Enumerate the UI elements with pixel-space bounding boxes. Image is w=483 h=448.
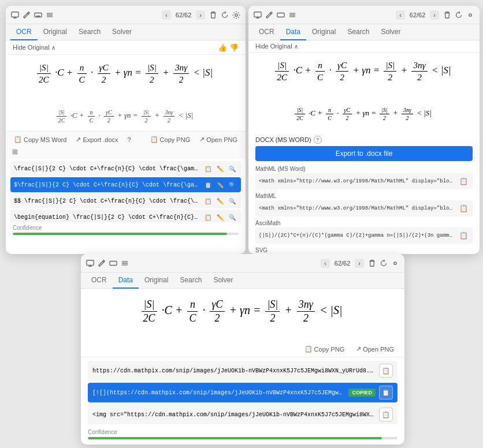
copy-png-btn-bot[interactable]: 📋 Copy PNG	[301, 344, 348, 354]
tab-search-tl[interactable]: Search	[73, 24, 106, 40]
copy-ms-word-btn[interactable]: 📋 Copy MS Word	[10, 134, 70, 145]
tab-solver-tr[interactable]: Solver	[375, 24, 406, 40]
url-copy-btn-0[interactable]: 📋	[379, 364, 393, 378]
prev-btn-bot[interactable]: ‹	[321, 259, 330, 268]
tab-solver-bot[interactable]: Solver	[207, 272, 239, 289]
thumb-icons-tl: 👍 👎	[218, 43, 239, 52]
url-row-2[interactable]: <img src="https://cdn.mathpix.com/snip/i…	[88, 405, 397, 424]
tab-solver-tl[interactable]: Solver	[106, 24, 138, 40]
edit-row-icon-2[interactable]: ✏️	[215, 196, 225, 206]
copy-mathml-btn[interactable]: 📋	[458, 203, 469, 214]
open-png-btn-tl[interactable]: ↗ Open PNG	[196, 134, 241, 145]
settings-icon-bot[interactable]	[391, 259, 400, 268]
zoom-row-icon-2[interactable]: 🔍	[227, 196, 237, 206]
toolbar-tl: 📋 Copy MS Word ↗ Export .docx ? 📋 Copy P…	[6, 131, 246, 159]
code-row-0[interactable]: \frac{|S|}{2 C} \cdot C+\frac{n}{C} \cdo…	[10, 161, 241, 176]
refresh-icon-bot[interactable]	[379, 259, 388, 268]
formula-bot: |S|2C ·C + nC · γC2 + γn = |S|2 + 3nγ2 <…	[142, 298, 344, 325]
thumbdown-icon[interactable]: 👎	[229, 43, 239, 52]
hide-original-label-tr[interactable]: Hide Original ∧	[255, 43, 298, 50]
copy-row-icon-1[interactable]: 📋	[203, 180, 213, 190]
filter-icon-tl[interactable]: ⊞	[10, 147, 20, 156]
next-btn-tr[interactable]: ›	[430, 10, 439, 20]
svg-rect-16	[289, 13, 296, 13]
menu-icon[interactable]	[45, 10, 54, 20]
hide-original-label-tl[interactable]: Hide Original ∧	[13, 44, 55, 51]
tab-data-tr[interactable]: Data	[280, 24, 306, 40]
next-btn-tl[interactable]: ›	[196, 10, 205, 20]
prev-btn-tr[interactable]: ‹	[396, 10, 405, 20]
zoom-row-icon-0[interactable]: 🔍	[227, 163, 237, 174]
tab-ocr-tr[interactable]: OCR	[253, 24, 280, 40]
tab-search-bot[interactable]: Search	[174, 272, 207, 289]
refresh-icon-tl[interactable]	[220, 10, 229, 20]
copy-row-icon-0[interactable]: 📋	[203, 163, 213, 174]
trash-icon-bot[interactable]	[367, 259, 377, 268]
copy-row-icon-2[interactable]: 📋	[203, 196, 213, 206]
zoom-row-icon-3[interactable]: 🔍	[227, 212, 237, 222]
export-docx-btn[interactable]: ↗ Export .docx	[72, 134, 121, 145]
copy-row-icon-3[interactable]: 📋	[203, 212, 213, 222]
mathml-label: MathML	[255, 193, 473, 199]
titlebar-left-icons-tr	[253, 10, 297, 20]
monitor-icon-tr	[253, 10, 262, 20]
svg-rect-8	[47, 13, 53, 13]
code-text-1: $\frac{|S|}{2 C} \cdot C+\frac{n}{C} \cd…	[14, 182, 200, 188]
next-btn-bot[interactable]: ›	[355, 259, 364, 268]
settings-icon-tr[interactable]	[466, 10, 475, 20]
code-text-0: \frac{|S|}{2 C} \cdot C+\frac{n}{C} \cdo…	[14, 166, 200, 172]
formula-small-tr: |S|2C ·C + nC · γC2 + γn = |S|2 + 3nγ2 <…	[295, 106, 433, 122]
code-row-3[interactable]: \begin{equation} \frac{|S|}{2 C} \cdot C…	[10, 210, 241, 222]
panel-top-right: ‹ 62/62 › OCR Data Original Search Solve…	[248, 6, 480, 254]
url-row-0[interactable]: https://cdn.mathpix.com/snip/images/jJeU…	[88, 361, 397, 380]
row-icons-0: 📋 ✏️ 🔍	[203, 163, 237, 174]
copied-badge: COPIED	[348, 389, 376, 397]
tab-ocr-tl[interactable]: OCR	[10, 24, 38, 40]
copy-asciimath-btn[interactable]: 📋	[458, 230, 469, 241]
url-copy-btn-1[interactable]: 📋	[379, 386, 393, 400]
tab-data-bot[interactable]: Data	[113, 272, 139, 289]
menu-icon-bot[interactable]	[120, 259, 129, 268]
copy-png-icon: 📋	[150, 136, 158, 143]
export-docx-btn-tr[interactable]: Export to .docx file	[255, 146, 473, 161]
svg-label: SVG	[255, 247, 473, 253]
copy-png-btn-tl[interactable]: 📋 Copy PNG	[147, 134, 194, 145]
tab-search-tr[interactable]: Search	[341, 24, 375, 40]
url-copy-btn-2[interactable]: 📋	[379, 408, 393, 421]
mathml-msword-content: <math xmlns="http://www.w3.org/1998/Math…	[255, 173, 473, 189]
edit-row-icon-3[interactable]: ✏️	[215, 212, 225, 222]
copy-icon-sm: 📋	[14, 136, 22, 143]
svg-rect-23	[110, 261, 117, 265]
tab-ocr-bot[interactable]: OCR	[86, 272, 113, 289]
zoom-row-icon-1[interactable]: 🔍	[227, 180, 237, 190]
code-row-2[interactable]: $$ \frac{|S|}{2 C} \cdot C+\frac{n}{C} \…	[10, 193, 241, 208]
trash-icon-tr[interactable]	[443, 10, 452, 20]
prev-btn-tl[interactable]: ‹	[162, 10, 171, 20]
code-text-2: $$ \frac{|S|}{2 C} \cdot C+\frac{n}{C} \…	[14, 198, 200, 204]
confidence-bot: Confidence	[81, 427, 404, 444]
thumbup-icon[interactable]: 👍	[218, 43, 227, 52]
tab-original-bot[interactable]: Original	[139, 272, 174, 289]
copy-mathml-msword-btn[interactable]: 📋	[458, 176, 469, 187]
docx-label: DOCX (MS WORD) ?	[255, 136, 473, 144]
edit-row-icon-1[interactable]: ✏️	[215, 180, 225, 190]
settings-icon-tl[interactable]	[232, 10, 241, 20]
confidence-bar-bot	[88, 437, 397, 439]
menu-icon-tr[interactable]	[288, 10, 297, 20]
action-icons-tr	[443, 10, 475, 20]
copy-icon-bot: 📋	[304, 345, 313, 353]
url-row-1[interactable]: [![](https://cdn.mathpix.com/snip/images…	[88, 383, 397, 402]
open-png-btn-bot[interactable]: ↗ Open PNG	[352, 344, 397, 354]
code-row-1[interactable]: $\frac{|S|}{2 C} \cdot C+\frac{n}{C} \cd…	[10, 177, 241, 192]
help-btn-tl[interactable]: ?	[124, 135, 135, 145]
titlebar-tr: ‹ 62/62 ›	[248, 6, 480, 24]
tab-original-tr[interactable]: Original	[306, 24, 341, 40]
refresh-icon-tr[interactable]	[454, 10, 463, 20]
help-icon-tr[interactable]: ?	[314, 136, 322, 144]
trash-icon-tl[interactable]	[209, 10, 218, 20]
keyboard-icon-bot	[109, 259, 118, 268]
tab-original-tl[interactable]: Original	[38, 24, 73, 40]
edit-row-icon-0[interactable]: ✏️	[215, 163, 225, 174]
mathml-text: <math xmlns="http://www.w3.org/1998/Math…	[259, 206, 455, 211]
png-toolbar-bot: 📋 Copy PNG ↗ Open PNG	[81, 341, 404, 357]
